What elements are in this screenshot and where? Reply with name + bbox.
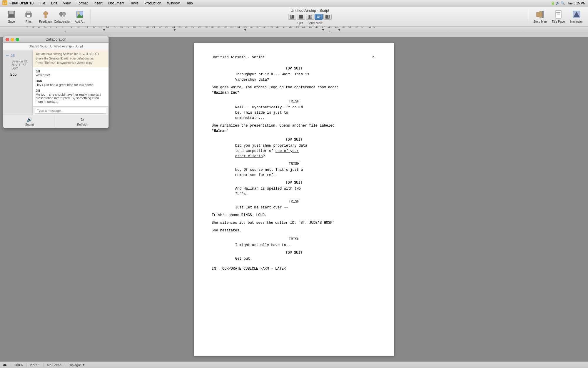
toolbar: Save Print Feedback xyxy=(0,6,588,26)
element-dropdown-icon: ▾ xyxy=(83,363,85,367)
script-area: Untitled Airship - Script 2. TOP SUIT Th… xyxy=(0,33,588,362)
maximize-button[interactable] xyxy=(16,38,19,41)
story-map-label: Story Map xyxy=(533,20,547,23)
navigator-button[interactable]: Navigator xyxy=(569,8,584,25)
pencil-icon: ✏ xyxy=(6,54,9,58)
add-art-label: Add Art xyxy=(75,20,85,23)
collab-body: Shared Script: Untitled Airship - Script… xyxy=(3,43,108,128)
feedback-button[interactable]: Feedback xyxy=(38,8,54,25)
toolbar-separator-2 xyxy=(529,9,529,24)
menu-format[interactable]: Format xyxy=(74,1,90,5)
collab-info-line2: Share the Session ID with your collabora… xyxy=(36,56,106,61)
script-view-label[interactable]: Script View xyxy=(308,21,323,25)
collab-shared-label: Shared Script: Untitled Airship - Script xyxy=(3,43,108,50)
svg-rect-30 xyxy=(555,11,561,18)
character-name-3: TOP SUIT xyxy=(212,137,376,142)
title-page-label: Title Page xyxy=(552,20,565,23)
menu-production[interactable]: Production xyxy=(142,1,163,5)
collaboration-button[interactable]: Collaboration xyxy=(55,8,71,25)
script-page[interactable]: Untitled Airship - Script 2. TOP SUIT Th… xyxy=(194,43,394,356)
toolbar-center: Untitled Airship - Script Split Script V… xyxy=(288,8,332,25)
statusbar-zoom: 200% xyxy=(14,363,23,367)
ruler: 2 3 4 5 6 7 8 2 9 10 11 12 13 14 15 16 1… xyxy=(0,26,588,33)
msg-text-3: Me too – she should have her really impo… xyxy=(36,93,106,103)
app-logo: FD xyxy=(2,0,7,6)
menubar-right: 🔋 🔊 🔍 Tue 3:15 PM xyxy=(551,1,586,5)
menubar: FD Final Draft 10 File Edit View Format … xyxy=(0,0,588,6)
app-name: Final Draft 10 xyxy=(9,1,34,5)
collaboration-panel: Collaboration Shared Script: Untitled Ai… xyxy=(3,36,109,128)
character-name-1: TOP SUIT xyxy=(212,66,376,71)
msg-text-2: Hey I just had a great idea for this sce… xyxy=(36,83,106,87)
svg-rect-17 xyxy=(299,15,303,19)
svg-rect-29 xyxy=(542,11,544,18)
view-control-5[interactable] xyxy=(323,14,332,20)
collab-footer: 🔊 Sound ↻ Refresh xyxy=(3,115,108,128)
collab-input-area xyxy=(33,106,108,115)
collab-titlebar: Collaboration xyxy=(3,36,108,43)
refresh-button[interactable]: ↻ Refresh xyxy=(56,115,109,128)
title-page-button[interactable]: Title Page xyxy=(550,8,566,25)
svg-point-11 xyxy=(62,12,66,16)
user-bob-name: Bob xyxy=(10,72,16,77)
sound-icon: 🔊 xyxy=(26,117,32,122)
menu-edit[interactable]: Edit xyxy=(49,1,60,5)
view-control-script[interactable] xyxy=(315,14,323,20)
collaboration-icon xyxy=(58,10,67,19)
navigator-label: Navigator xyxy=(570,20,583,23)
view-control-3[interactable] xyxy=(306,14,314,20)
action-2: She minimizes the presentation. Opens an… xyxy=(212,123,376,134)
collab-message-input[interactable] xyxy=(35,108,106,114)
toolbar-separator xyxy=(91,9,91,24)
element-type: Dialogue xyxy=(69,363,81,367)
statusbar-page-info: 2 of 51 xyxy=(30,363,40,367)
menu-file[interactable]: File xyxy=(37,1,47,5)
view-control-2[interactable] xyxy=(297,14,305,20)
collaboration-label: Collaboration xyxy=(54,20,71,23)
dialogue-1: Throughput of 12 K... Wait. This isVande… xyxy=(235,72,353,82)
menu-tools[interactable]: Tools xyxy=(128,1,141,5)
svg-rect-3 xyxy=(9,11,14,14)
character-name-8: TOP SUIT xyxy=(212,250,376,256)
svg-rect-7 xyxy=(27,15,30,17)
print-button[interactable]: Print xyxy=(21,8,36,25)
svg-point-13 xyxy=(77,12,79,14)
collab-user-bob[interactable]: Bob xyxy=(3,71,32,78)
main-area: Untitled Airship - Script 2. TOP SUIT Th… xyxy=(0,33,588,362)
minimize-button[interactable] xyxy=(11,38,14,41)
print-icon xyxy=(24,10,33,19)
menu-window[interactable]: Window xyxy=(165,1,182,5)
menu-view[interactable]: View xyxy=(61,1,73,5)
script-content[interactable]: TOP SUIT Throughput of 12 K... Wait. Thi… xyxy=(212,66,376,271)
statusbar-element[interactable]: Dialogue ▾ xyxy=(69,363,84,367)
msg-sender-3: Jill xyxy=(36,89,106,92)
view-control-1[interactable] xyxy=(288,14,296,20)
menu-help[interactable]: Help xyxy=(183,1,195,5)
character-name-2: TRISH xyxy=(212,99,376,104)
close-button[interactable] xyxy=(6,38,9,41)
statusbar-arrows[interactable]: ◀▶ xyxy=(2,363,7,367)
story-map-button[interactable]: Story Map xyxy=(532,8,548,25)
story-map-icon xyxy=(535,10,545,19)
collab-users-list: ✏ Jill Session ID: 3DV-TLBZ-LGY Bob xyxy=(3,50,33,115)
sound-button[interactable]: 🔊 Sound xyxy=(3,115,56,128)
view-controls xyxy=(288,14,332,20)
svg-rect-26 xyxy=(328,15,329,18)
character-name-6: TRISH xyxy=(212,199,376,204)
scene-heading-1: INT. CORPORATE CUBICLE FARM - LATER xyxy=(212,266,376,271)
dialogue-3: Did you just show proprietary datato a c… xyxy=(235,143,353,159)
msg-text-1: Welcome! xyxy=(36,73,106,77)
split-label[interactable]: Split xyxy=(297,21,303,25)
menu-document[interactable]: Document xyxy=(106,1,127,5)
document-title: Untitled Airship - Script xyxy=(290,8,329,13)
collab-messages: Jill Welcome! Bob Hey I just had a great… xyxy=(33,67,108,106)
statusbar-sep-2 xyxy=(26,363,26,367)
menu-insert[interactable]: Insert xyxy=(91,1,105,5)
collab-content: ✏ Jill Session ID: 3DV-TLBZ-LGY Bob xyxy=(3,50,108,115)
add-art-button[interactable]: Add Art xyxy=(72,8,88,25)
session-id-label: Session ID: xyxy=(11,59,28,63)
collab-user-jill[interactable]: ✏ Jill xyxy=(3,52,32,59)
svg-point-8 xyxy=(44,11,48,16)
dialogue-2: Well... Hypothetically. It couldbe. This… xyxy=(235,105,353,121)
save-button[interactable]: Save xyxy=(4,8,19,25)
